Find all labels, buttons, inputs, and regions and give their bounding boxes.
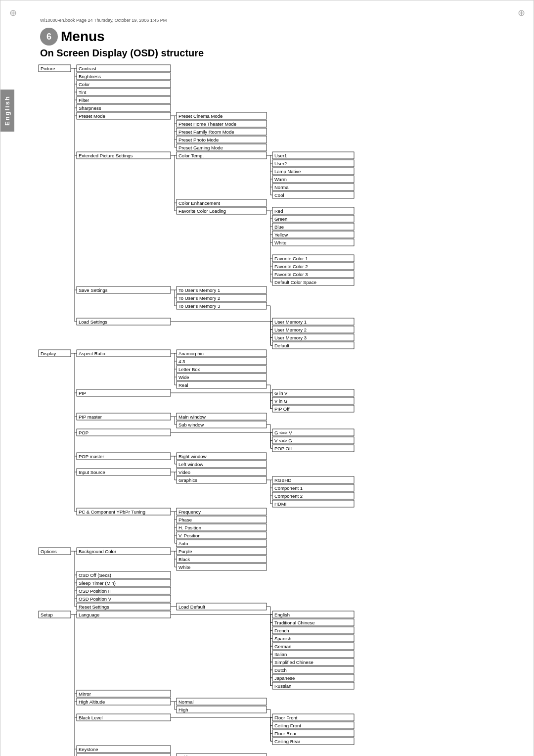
- svg-text:Pattern: Pattern: [79, 755, 94, 756]
- svg-text:To User's Memory 3: To User's Memory 3: [178, 303, 220, 309]
- svg-text:Floor Rear: Floor Rear: [274, 731, 297, 736]
- svg-text:Russian: Russian: [274, 683, 291, 689]
- svg-text:Save Settings: Save Settings: [79, 287, 108, 293]
- svg-text:Normal: Normal: [274, 185, 290, 190]
- svg-text:Graphics: Graphics: [178, 477, 197, 483]
- svg-text:Japanese: Japanese: [274, 675, 295, 681]
- osd-tree-svg: PictureContrastBrightnessColorTintFilter…: [38, 64, 516, 756]
- svg-text:Contrast: Contrast: [79, 66, 96, 71]
- svg-text:English: English: [274, 612, 290, 617]
- svg-text:Favorite Color 3: Favorite Color 3: [274, 272, 308, 277]
- svg-text:Favorite Color 1: Favorite Color 1: [274, 256, 308, 261]
- svg-text:Keystone: Keystone: [79, 747, 98, 752]
- svg-text:PIP master: PIP master: [79, 414, 102, 420]
- svg-text:Spanish: Spanish: [274, 636, 291, 641]
- svg-text:French: French: [274, 628, 289, 633]
- svg-text:Cool: Cool: [274, 192, 284, 198]
- svg-rect-46: [272, 207, 354, 214]
- svg-text:Mirror: Mirror: [79, 691, 91, 697]
- svg-text:Options: Options: [41, 549, 57, 554]
- svg-text:Favorite Color Loading: Favorite Color Loading: [178, 208, 226, 214]
- svg-text:Input Source: Input Source: [79, 470, 105, 475]
- svg-text:Component 2: Component 2: [274, 493, 303, 499]
- svg-text:Color Temp.: Color Temp.: [178, 153, 204, 158]
- svg-text:Load Default: Load Default: [178, 604, 205, 610]
- svg-text:POP Off: POP Off: [274, 446, 292, 451]
- svg-rect-92: [177, 374, 267, 380]
- svg-text:Simplified Chinese: Simplified Chinese: [274, 660, 313, 665]
- english-tab: English: [0, 90, 14, 132]
- svg-text:User Memory 1: User Memory 1: [274, 319, 307, 325]
- svg-text:User Memory 3: User Memory 3: [274, 335, 307, 340]
- svg-text:Preset Cinema Mode: Preset Cinema Mode: [178, 113, 222, 119]
- svg-text:Sub window: Sub window: [178, 422, 204, 427]
- svg-text:Extended Picture Settings: Extended Picture Settings: [79, 153, 133, 158]
- svg-rect-94: [177, 381, 267, 388]
- svg-text:V <=> G: V <=> G: [274, 438, 292, 443]
- svg-text:Floor Front: Floor Front: [274, 715, 298, 720]
- section-title: On Screen Display (OSD) structure: [40, 47, 524, 59]
- svg-rect-10: [77, 96, 171, 103]
- svg-text:User1: User1: [274, 153, 287, 158]
- svg-text:Filter: Filter: [79, 97, 89, 103]
- svg-text:Green: Green: [274, 216, 287, 222]
- reg-mark-tr: ⊕: [514, 5, 529, 20]
- svg-text:V. Position: V. Position: [178, 533, 201, 538]
- svg-text:4:3: 4:3: [178, 359, 185, 364]
- svg-text:Phase: Phase: [178, 517, 192, 522]
- svg-text:Preset Photo Mode: Preset Photo Mode: [178, 137, 219, 142]
- svg-text:Normal: Normal: [178, 699, 194, 705]
- svg-text:Letter Box: Letter Box: [178, 367, 200, 372]
- svg-text:OSD Position H: OSD Position H: [79, 588, 112, 594]
- svg-rect-40: [272, 191, 354, 198]
- svg-text:PIP: PIP: [79, 390, 86, 396]
- svg-text:Dutch: Dutch: [274, 667, 287, 673]
- svg-text:Red: Red: [274, 208, 283, 214]
- svg-text:User2: User2: [274, 161, 287, 166]
- svg-text:Preset Gaming Mode: Preset Gaming Mode: [178, 145, 223, 150]
- svg-text:User Memory 2: User Memory 2: [274, 327, 307, 332]
- svg-text:Load Settings: Load Settings: [79, 319, 107, 325]
- svg-text:Video: Video: [178, 470, 190, 475]
- svg-text:G in V: G in V: [274, 390, 288, 396]
- svg-text:Left window: Left window: [178, 462, 203, 467]
- svg-rect-218: [177, 754, 267, 756]
- svg-text:White: White: [178, 565, 190, 570]
- svg-text:POP master: POP master: [79, 454, 104, 459]
- svg-text:RGBHD: RGBHD: [274, 477, 291, 483]
- header-line: Wi10000-en.book Page 24 Thursday, Octobe…: [40, 18, 524, 23]
- svg-text:Lamp Native: Lamp Native: [274, 169, 301, 174]
- svg-text:Color Enhancement: Color Enhancement: [178, 200, 220, 206]
- svg-text:OSD Position V: OSD Position V: [79, 596, 112, 602]
- svg-text:High: High: [178, 707, 188, 712]
- svg-text:Warm: Warm: [274, 177, 287, 182]
- svg-text:Color: Color: [79, 82, 90, 87]
- svg-text:Default Color Space: Default Color Space: [274, 280, 316, 285]
- svg-text:Black Level: Black Level: [79, 715, 103, 720]
- svg-rect-88: [177, 358, 267, 365]
- svg-text:G <=> V: G <=> V: [274, 430, 292, 435]
- svg-text:White: White: [274, 240, 286, 245]
- svg-text:Preset Mode: Preset Mode: [79, 113, 105, 119]
- chapter-title: Menus: [61, 29, 105, 45]
- svg-text:High Altitude: High Altitude: [79, 699, 105, 705]
- svg-rect-6: [77, 81, 171, 88]
- svg-text:Right window: Right window: [178, 454, 207, 459]
- svg-rect-110: [77, 429, 171, 436]
- osd-diagram: PictureContrastBrightnessColorTintFilter…: [38, 64, 516, 756]
- svg-text:V in G: V in G: [274, 398, 287, 404]
- svg-text:Auto: Auto: [178, 541, 188, 546]
- svg-text:Wide: Wide: [178, 375, 189, 380]
- svg-text:Brightness: Brightness: [79, 74, 101, 79]
- svg-text:Main window: Main window: [178, 414, 206, 420]
- svg-text:Frequency: Frequency: [178, 509, 201, 515]
- svg-text:Grid: Grid: [178, 755, 187, 756]
- chapter-icon: 6: [40, 28, 58, 46]
- svg-text:Background Color: Background Color: [79, 549, 116, 554]
- svg-text:POP: POP: [79, 430, 89, 435]
- svg-text:Real: Real: [178, 382, 188, 388]
- page: ⊕ ⊕ ⊕ ⊕ English Wi10000-en.book Page 24 …: [0, 0, 534, 756]
- chapter-heading: 6 Menus: [40, 28, 524, 46]
- svg-text:Component 1: Component 1: [274, 485, 303, 491]
- svg-text:Sharpness: Sharpness: [79, 105, 101, 111]
